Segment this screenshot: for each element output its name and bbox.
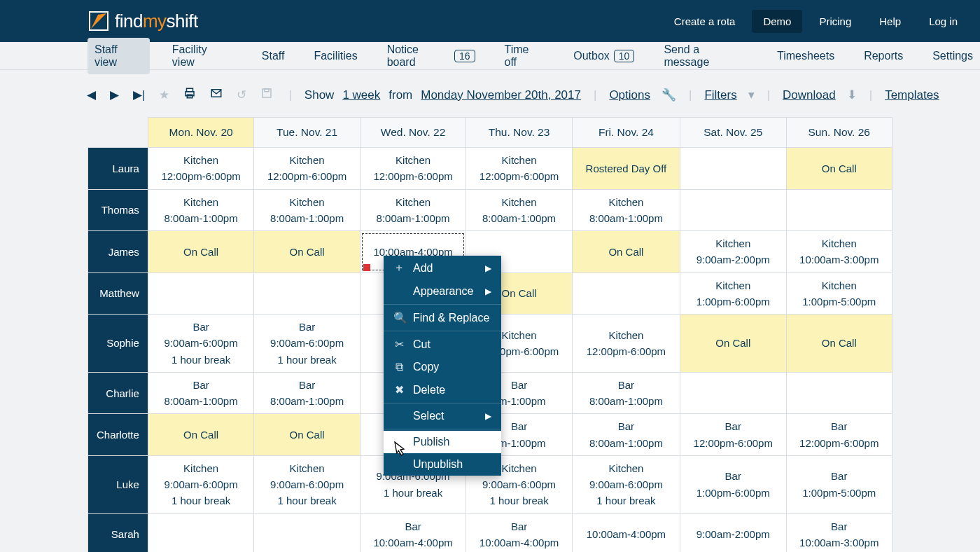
- nav-help[interactable]: Help: [868, 10, 912, 33]
- filters-link[interactable]: Filters: [704, 88, 736, 102]
- ctx-copy[interactable]: ⧉Copy: [384, 356, 501, 378]
- shift-cell[interactable]: Bar8:00am-1:00pm: [572, 372, 680, 414]
- day-header[interactable]: Sun. Nov. 26: [786, 118, 892, 148]
- staff-name[interactable]: Charlotte: [88, 414, 148, 456]
- print-icon[interactable]: [181, 84, 199, 106]
- shift-cell[interactable]: Bar8:00am-1:00pm: [572, 414, 680, 456]
- tab-outbox[interactable]: Outbox 10: [566, 44, 641, 68]
- nav-pricing[interactable]: Pricing: [808, 10, 862, 33]
- shift-cell[interactable]: Kitchen8:00am-1:00pm: [360, 189, 465, 231]
- day-header[interactable]: Wed. Nov. 22: [360, 118, 465, 148]
- shift-cell[interactable]: On Call: [786, 148, 892, 190]
- shift-cell[interactable]: Kitchen9:00am-6:00pm1 hour break: [572, 455, 680, 513]
- staff-name[interactable]: Luke: [88, 455, 148, 513]
- download-link[interactable]: Download: [783, 88, 836, 102]
- ctx-cut[interactable]: ✂Cut: [384, 333, 501, 356]
- shift-cell[interactable]: Bar8:00am-1:00pm: [254, 372, 360, 414]
- mail-icon[interactable]: [207, 84, 225, 106]
- next-icon[interactable]: ▶: [107, 85, 122, 105]
- day-header[interactable]: Mon. Nov. 20: [148, 118, 253, 148]
- day-header[interactable]: Tue. Nov. 21: [254, 118, 360, 148]
- prev-icon[interactable]: ◀: [84, 85, 99, 105]
- undo-icon[interactable]: ↺: [234, 85, 249, 105]
- shift-cell[interactable]: On Call: [572, 231, 680, 273]
- tab-reports[interactable]: Reports: [857, 44, 910, 68]
- shift-cell[interactable]: Kitchen8:00am-1:00pm: [572, 189, 680, 231]
- shift-cell[interactable]: Bar10:00am-3:00pm: [786, 513, 892, 552]
- day-header[interactable]: Fri. Nov. 24: [572, 118, 680, 148]
- shift-cell[interactable]: Bar1:00pm-6:00pm: [680, 455, 786, 513]
- save-icon[interactable]: [258, 84, 276, 106]
- tab-settings[interactable]: Settings: [925, 44, 980, 68]
- shift-cell[interactable]: [786, 189, 892, 231]
- ctx-appearance[interactable]: Appearance▶: [384, 280, 501, 303]
- day-header[interactable]: Sat. Nov. 25: [680, 118, 786, 148]
- shift-cell[interactable]: Kitchen12:00pm-6:00pm: [360, 148, 465, 190]
- shift-cell[interactable]: [572, 272, 680, 315]
- shift-cell[interactable]: Kitchen8:00am-1:00pm: [466, 189, 572, 231]
- shift-cell[interactable]: 9:00am-2:00pm: [680, 513, 786, 552]
- shift-cell[interactable]: Bar12:00pm-6:00pm: [786, 414, 892, 456]
- staff-name[interactable]: Matthew: [88, 272, 148, 315]
- day-header[interactable]: Thu. Nov. 23: [466, 118, 572, 148]
- shift-cell[interactable]: Kitchen12:00pm-6:00pm: [254, 148, 360, 190]
- shift-cell[interactable]: 10:00am-4:00pm: [572, 513, 680, 552]
- staff-name[interactable]: Thomas: [88, 189, 148, 231]
- date-select[interactable]: Monday November 20th, 2017: [421, 88, 581, 102]
- shift-cell[interactable]: [680, 148, 786, 190]
- shift-cell[interactable]: Kitchen1:00pm-6:00pm: [680, 272, 786, 315]
- options-link[interactable]: Options: [609, 88, 650, 102]
- shift-cell[interactable]: Kitchen9:00am-2:00pm: [680, 231, 786, 273]
- shift-cell[interactable]: [786, 372, 892, 414]
- ctx-publish[interactable]: Publish: [384, 431, 501, 453]
- nav-demo[interactable]: Demo: [752, 10, 802, 33]
- shift-cell[interactable]: [254, 513, 360, 552]
- tab-send-message[interactable]: Send a message: [657, 38, 755, 74]
- ctx-find-replace[interactable]: 🔍Find & Replace: [384, 306, 501, 329]
- staff-name[interactable]: James: [88, 231, 148, 273]
- shift-cell[interactable]: Bar10:00am-4:00pm: [466, 513, 572, 552]
- tab-notice-board[interactable]: Notice board 16: [380, 38, 482, 74]
- ctx-select[interactable]: Select▶: [384, 405, 501, 427]
- shift-cell[interactable]: [148, 513, 253, 552]
- shift-cell[interactable]: Rostered Day Off: [572, 148, 680, 190]
- templates-link[interactable]: Templates: [885, 88, 939, 102]
- shift-cell[interactable]: Bar8:00am-1:00pm: [148, 372, 253, 414]
- ctx-add[interactable]: ＋Add▶: [384, 256, 501, 280]
- shift-cell[interactable]: Bar1:00pm-5:00pm: [786, 455, 892, 513]
- tab-staff[interactable]: Staff: [255, 44, 292, 68]
- shift-cell[interactable]: Kitchen12:00pm-6:00pm: [572, 315, 680, 373]
- shift-cell[interactable]: [148, 272, 253, 315]
- shift-cell[interactable]: Kitchen12:00pm-6:00pm: [466, 148, 572, 190]
- shift-cell[interactable]: On Call: [148, 414, 253, 456]
- shift-cell[interactable]: Kitchen9:00am-6:00pm1 hour break: [148, 455, 253, 513]
- shift-cell[interactable]: On Call: [254, 414, 360, 456]
- shift-cell[interactable]: On Call: [254, 231, 360, 273]
- shift-cell[interactable]: On Call: [148, 231, 253, 273]
- tab-time-off[interactable]: Time off: [498, 38, 552, 74]
- shift-cell[interactable]: Bar10:00am-4:00pm: [360, 513, 465, 552]
- staff-name[interactable]: Sophie: [88, 315, 148, 373]
- shift-cell[interactable]: [254, 272, 360, 315]
- tab-facilities[interactable]: Facilities: [307, 44, 364, 68]
- last-icon[interactable]: ▶|: [130, 85, 148, 105]
- shift-cell[interactable]: [680, 372, 786, 414]
- tab-facility-view[interactable]: Facility view: [165, 38, 239, 74]
- shift-cell[interactable]: Bar9:00am-6:00pm1 hour break: [148, 315, 253, 373]
- shift-cell[interactable]: On Call: [680, 315, 786, 373]
- shift-cell[interactable]: [680, 189, 786, 231]
- ctx-unpublish[interactable]: Unpublish: [384, 453, 501, 476]
- staff-name[interactable]: Charlie: [88, 372, 148, 414]
- nav-create-rota[interactable]: Create a rota: [663, 10, 747, 33]
- star-icon[interactable]: ★: [156, 85, 172, 105]
- range-select[interactable]: 1 week: [342, 88, 380, 102]
- staff-name[interactable]: Laura: [88, 148, 148, 190]
- nav-login[interactable]: Log in: [918, 10, 969, 33]
- shift-cell[interactable]: Kitchen8:00am-1:00pm: [254, 189, 360, 231]
- shift-cell[interactable]: Kitchen10:00am-3:00pm: [786, 231, 892, 273]
- logo[interactable]: findmyshift: [88, 11, 198, 32]
- shift-cell[interactable]: Kitchen12:00pm-6:00pm: [148, 148, 253, 190]
- shift-cell[interactable]: Bar12:00pm-6:00pm: [680, 414, 786, 456]
- shift-cell[interactable]: Bar9:00am-6:00pm1 hour break: [254, 315, 360, 373]
- tab-timesheets[interactable]: Timesheets: [770, 44, 841, 68]
